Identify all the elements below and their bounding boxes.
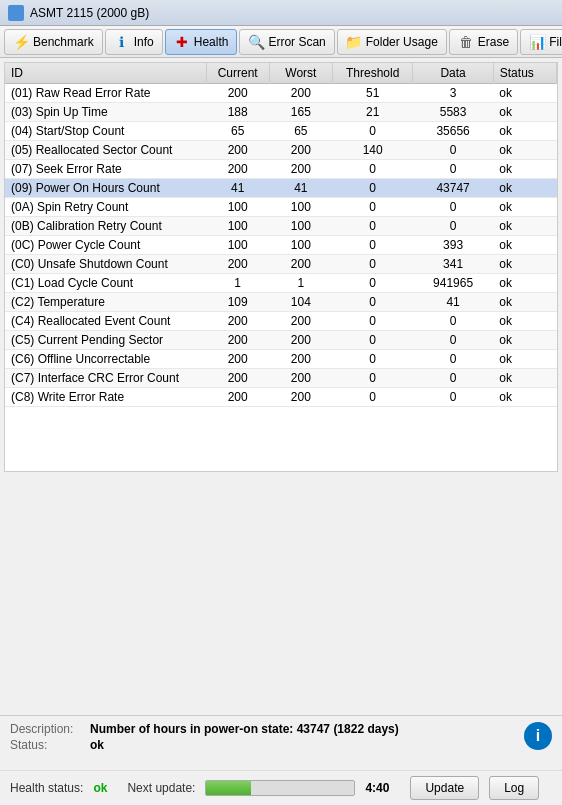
cell-status: ok [493,293,556,312]
cell-id: (07) Seek Error Rate [5,160,206,179]
table-row[interactable]: (C5) Current Pending Sector20020000ok [5,331,557,350]
errorscan-button[interactable]: 🔍 Error Scan [239,29,334,55]
update-button[interactable]: Update [410,776,479,800]
table-row[interactable]: (01) Raw Read Error Rate200200513ok [5,84,557,103]
cell-data: 393 [413,236,493,255]
cell-status: ok [493,84,556,103]
cell-worst: 200 [269,331,332,350]
cell-threshold: 0 [332,217,412,236]
cell-worst: 200 [269,388,332,407]
col-header-data: Data [413,63,493,84]
status-label: Status: [10,738,90,752]
bottom-panel: Description: Status: Number of hours in … [0,715,562,805]
cell-id: (0A) Spin Retry Count [5,198,206,217]
cell-worst: 100 [269,217,332,236]
table-row[interactable]: (0C) Power Cycle Count1001000393ok [5,236,557,255]
info-icon: ℹ [114,34,130,50]
cell-current: 200 [206,331,269,350]
table-row[interactable]: (C2) Temperature109104041ok [5,293,557,312]
table-row[interactable]: (0A) Spin Retry Count10010000ok [5,198,557,217]
cell-current: 200 [206,312,269,331]
benchmark-icon: ⚡ [13,34,29,50]
table-header-row: ID Current Worst Threshold Data Status [5,63,557,84]
cell-status: ok [493,350,556,369]
info-button[interactable]: ℹ Info [105,29,163,55]
cell-worst: 200 [269,369,332,388]
cell-worst: 200 [269,312,332,331]
cell-threshold: 0 [332,293,412,312]
health-button[interactable]: ✚ Health [165,29,238,55]
cell-worst: 41 [269,179,332,198]
cell-worst: 200 [269,84,332,103]
table-row[interactable]: (04) Start/Stop Count6565035656ok [5,122,557,141]
folderusage-button[interactable]: 📁 Folder Usage [337,29,447,55]
erase-button[interactable]: 🗑 Erase [449,29,518,55]
cell-data: 0 [413,141,493,160]
cell-current: 200 [206,388,269,407]
table-row[interactable]: (C4) Reallocated Event Count20020000ok [5,312,557,331]
filebenchmark-icon: 📊 [529,34,545,50]
cell-data: 35656 [413,122,493,141]
cell-data: 0 [413,312,493,331]
cell-current: 200 [206,369,269,388]
cell-worst: 200 [269,350,332,369]
title-bar-text: ASMT 2115 (2000 gB) [30,6,149,20]
cell-current: 65 [206,122,269,141]
table-row[interactable]: (05) Reallocated Sector Count2002001400o… [5,141,557,160]
cell-threshold: 51 [332,84,412,103]
title-bar: ASMT 2115 (2000 gB) [0,0,562,26]
cell-id: (04) Start/Stop Count [5,122,206,141]
cell-threshold: 0 [332,312,412,331]
cell-worst: 200 [269,160,332,179]
cell-threshold: 0 [332,350,412,369]
cell-current: 188 [206,103,269,122]
col-header-worst: Worst [269,63,332,84]
cell-status: ok [493,369,556,388]
cell-data: 0 [413,369,493,388]
update-progress-bar [205,780,355,796]
cell-data: 0 [413,198,493,217]
cell-threshold: 0 [332,369,412,388]
cell-threshold: 0 [332,388,412,407]
smart-table: ID Current Worst Threshold Data Status (… [5,63,557,407]
info-circle-button[interactable]: i [524,722,552,750]
cell-worst: 200 [269,141,332,160]
cell-id: (C8) Write Error Rate [5,388,206,407]
cell-data: 0 [413,388,493,407]
table-row[interactable]: (C0) Unsafe Shutdown Count2002000341ok [5,255,557,274]
filebenchmark-button[interactable]: 📊 File Benchmark [520,29,562,55]
toolbar: ⚡ Benchmark ℹ Info ✚ Health 🔍 Error Scan… [0,26,562,58]
cell-threshold: 0 [332,198,412,217]
table-row[interactable]: (C8) Write Error Rate20020000ok [5,388,557,407]
table-row[interactable]: (0B) Calibration Retry Count10010000ok [5,217,557,236]
cell-current: 200 [206,141,269,160]
cell-current: 109 [206,293,269,312]
folderusage-icon: 📁 [346,34,362,50]
cell-data: 0 [413,217,493,236]
table-row[interactable]: (03) Spin Up Time188165215583ok [5,103,557,122]
cell-status: ok [493,122,556,141]
table-row[interactable]: (C1) Load Cycle Count110941965ok [5,274,557,293]
table-row[interactable]: (09) Power On Hours Count4141043747ok [5,179,557,198]
cell-current: 100 [206,198,269,217]
benchmark-button[interactable]: ⚡ Benchmark [4,29,103,55]
cell-data: 941965 [413,274,493,293]
cell-status: ok [493,331,556,350]
table-row[interactable]: (C6) Offline Uncorrectable20020000ok [5,350,557,369]
cell-worst: 165 [269,103,332,122]
cell-current: 1 [206,274,269,293]
cell-worst: 200 [269,255,332,274]
table-row[interactable]: (C7) Interface CRC Error Count20020000ok [5,369,557,388]
table-row[interactable]: (07) Seek Error Rate20020000ok [5,160,557,179]
cell-id: (05) Reallocated Sector Count [5,141,206,160]
filebenchmark-label: File Benchmark [549,35,562,49]
log-button[interactable]: Log [489,776,539,800]
benchmark-label: Benchmark [33,35,94,49]
cell-status: ok [493,103,556,122]
cell-id: (0C) Power Cycle Count [5,236,206,255]
info-label: Info [134,35,154,49]
cell-current: 200 [206,255,269,274]
health-status-value: ok [93,781,107,795]
cell-current: 200 [206,350,269,369]
cell-current: 41 [206,179,269,198]
